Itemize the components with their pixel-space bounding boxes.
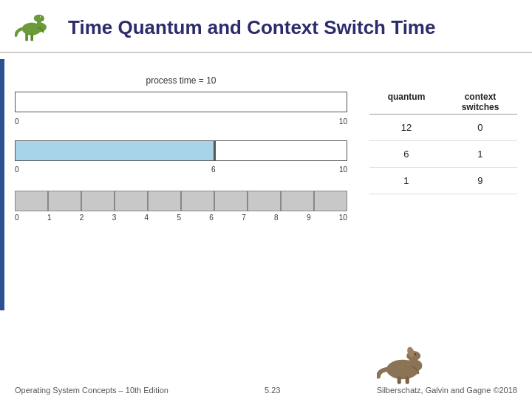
footer-left: Operating System Concepts – 10th Edition: [15, 386, 168, 395]
diagram-row3: 0 1 2 3 4 5 6 7 8 9 10: [15, 191, 347, 222]
svg-point-3: [34, 15, 44, 22]
footer: Operating System Concepts – 10th Edition…: [0, 381, 532, 399]
segment-9: [281, 191, 314, 211]
switches-val-3: 9: [443, 168, 517, 194]
diagrams-section: process time = 10 0 10: [15, 68, 347, 356]
segment-5: [148, 191, 181, 211]
col-switches-header: context switches: [443, 90, 517, 115]
bar-blue-filled: [15, 140, 214, 161]
tick-labels-row1: 0 10: [15, 117, 347, 126]
quantum-val-3: 1: [369, 168, 443, 194]
header-dino-icon: [15, 9, 59, 46]
tick-labels-row3: 0 1 2 3 4 5 6 7 8 9 10: [15, 214, 347, 222]
diagram-row2: 0 6 10: [15, 140, 347, 176]
svg-point-5: [41, 16, 41, 17]
bar-outline-container: [15, 92, 347, 115]
bar-blue-empty: [214, 140, 347, 161]
svg-rect-6: [25, 34, 28, 41]
header: Time Quantum and Context Switch Time: [0, 0, 532, 53]
switches-val-1: 0: [443, 115, 517, 141]
table-row: 6 1: [369, 141, 517, 168]
segment-4: [115, 191, 148, 211]
process-time-label: process time = 10: [15, 75, 347, 86]
bar-outline: [15, 92, 347, 112]
footer-right: Silberschatz, Galvin and Gagne ©2018: [377, 386, 517, 395]
segment-7: [214, 191, 248, 211]
sidebar-accent: [0, 59, 4, 310]
segment-3: [81, 191, 115, 211]
segment-1: [15, 191, 48, 211]
main-content: process time = 10 0 10: [0, 53, 532, 364]
table-row: 12 0: [369, 115, 517, 141]
quantum-table: quantum context switches 12 0 6 1 1 9: [369, 90, 517, 194]
segment-6: [181, 191, 214, 211]
tick-labels-row2: 0 6 10: [15, 166, 347, 176]
table-row: 1 9: [369, 168, 517, 194]
svg-point-13: [415, 353, 416, 355]
bar-segments: [15, 191, 347, 211]
footer-center: 5.23: [265, 386, 280, 395]
col-quantum-header: quantum: [369, 90, 443, 115]
segment-2: [48, 191, 81, 211]
diagram-row1: 0 10: [15, 92, 347, 126]
switches-val-2: 1: [443, 141, 517, 168]
footer-dino-icon: [377, 345, 429, 386]
quantum-val-2: 6: [369, 141, 443, 168]
bar-divider: [214, 140, 216, 161]
quantum-val-1: 12: [369, 115, 443, 141]
segment-8: [248, 191, 281, 211]
table-section: quantum context switches 12 0 6 1 1 9: [369, 68, 517, 356]
svg-rect-7: [30, 34, 33, 41]
page-title: Time Quantum and Context Switch Time: [68, 16, 435, 39]
bar-blue-container: [15, 140, 347, 164]
segment-10: [314, 191, 347, 211]
